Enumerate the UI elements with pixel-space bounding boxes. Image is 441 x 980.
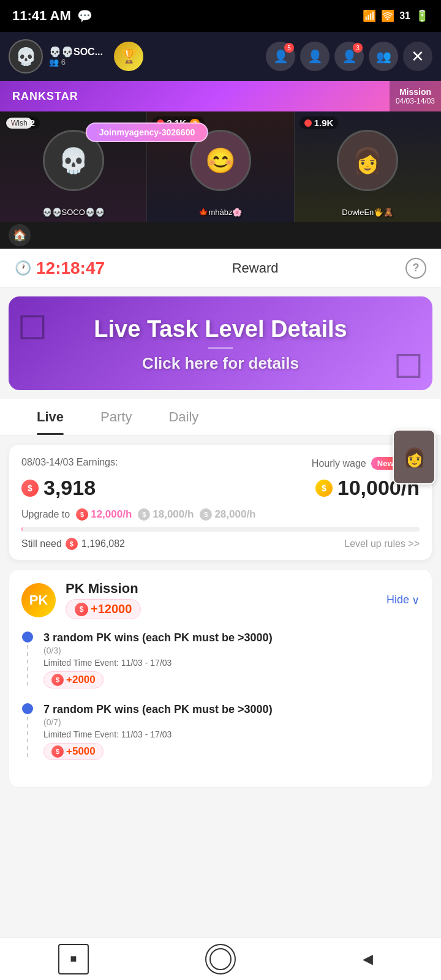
promo-text: RANKSTAR bbox=[12, 90, 78, 103]
signal-icon: 📶 bbox=[363, 9, 376, 23]
host-thumbnail: 👩 bbox=[393, 429, 435, 484]
status-bar-right: 📶 🛜 31 🔋 bbox=[363, 9, 429, 23]
user-badge-1: 5 bbox=[284, 43, 294, 53]
timeline-dot-1 bbox=[22, 631, 33, 643]
user-avatar-1[interactable]: 👤 5 bbox=[266, 42, 295, 71]
timeline-line-2 bbox=[27, 717, 28, 760]
trophy-icon-btn[interactable]: 🏆 bbox=[114, 42, 143, 71]
group-icon-btn[interactable]: 👥 bbox=[369, 42, 398, 71]
wifi-icon: 🛜 bbox=[381, 9, 394, 23]
nav-square-button[interactable]: ■ bbox=[58, 944, 89, 974]
progress-bar-fill bbox=[21, 527, 23, 532]
host2-avatar-icon: 😊 bbox=[205, 146, 236, 175]
group-icon: 👥 bbox=[376, 49, 391, 64]
avatar-placeholder-icon: 💀 bbox=[15, 47, 37, 67]
countdown-timer: 12:18:47 bbox=[36, 258, 105, 278]
task1-reward-val: +2000 bbox=[66, 674, 96, 686]
join-badge[interactable]: Joinmyagency-3026600 bbox=[86, 123, 208, 142]
timeline-line-1 bbox=[27, 645, 28, 688]
still-need-text: Still need $ 1,196,082 bbox=[21, 538, 125, 550]
hide-button[interactable]: Hide ∨ bbox=[386, 594, 420, 607]
timeline-item-2: 7 random PK wins (each PK must be >3000)… bbox=[21, 703, 420, 760]
streamer-info: 💀💀SOC... 👥 6 bbox=[49, 46, 103, 67]
upgrade-val-1: $ 12,000/h bbox=[76, 508, 132, 521]
user-avatar-2[interactable]: 👤 bbox=[300, 42, 330, 71]
host1-avatar-icon: 💀 bbox=[58, 146, 89, 175]
current-earnings-group: $ 3,918 bbox=[21, 476, 96, 500]
mission-reward-row: $ +12000 bbox=[66, 599, 377, 619]
task1-title: 3 random PK wins (each PK must be >3000) bbox=[43, 631, 420, 644]
tab-daily[interactable]: Daily bbox=[150, 399, 217, 435]
nav-back-button[interactable]: ◀ bbox=[352, 944, 383, 974]
trophy-icon: 🏆 bbox=[121, 48, 137, 64]
promo-banner[interactable]: RANKSTAR Mission 04/03-14/03 bbox=[0, 81, 441, 111]
host3-avatar-icon: 👩 bbox=[352, 146, 383, 175]
battery-level: 31 bbox=[399, 10, 410, 21]
home-icon: 🏠 bbox=[13, 228, 26, 242]
battery-icon: 🔋 bbox=[415, 9, 429, 23]
coin-icon-hourly: $ bbox=[315, 480, 333, 497]
mission-coin-icon: $ bbox=[75, 603, 88, 616]
earnings-header: 08/03-14/03 Earnings: Hourly wage New Ho… bbox=[21, 457, 420, 470]
tab-party[interactable]: Party bbox=[82, 399, 150, 435]
status-bar-left: 11:41 AM 💬 bbox=[12, 8, 92, 24]
timeline-item-1: 3 random PK wins (each PK must be >3000)… bbox=[21, 631, 420, 688]
upgrade-val-2: $ 18,000/h bbox=[138, 508, 194, 521]
streamer-avatar[interactable]: 💀 bbox=[9, 39, 43, 74]
status-bar: 11:41 AM 💬 📶 🛜 31 🔋 bbox=[0, 0, 441, 32]
help-icon[interactable]: ? bbox=[405, 258, 426, 279]
task2-progress: (0/7) bbox=[43, 717, 420, 727]
square-icon: ■ bbox=[70, 952, 77, 965]
upgrade-row: Upgrade to $ 12,000/h $ 18,000/h $ 28,00… bbox=[21, 508, 420, 521]
level-up-rules-link[interactable]: Level up rules >> bbox=[344, 538, 420, 549]
stream-hosts-area: 322 Wish 💀 💀💀SOCO💀💀 Joinmyagency-3026600… bbox=[0, 111, 441, 222]
timer-section: 🕐 12:18:47 bbox=[15, 258, 105, 278]
upgrade-coin-1: $ bbox=[76, 508, 88, 521]
banner-deco-top-left: ◻ bbox=[17, 303, 48, 345]
mission-timeline: 3 random PK wins (each PK must be >3000)… bbox=[9, 625, 432, 787]
upgrade-label: Upgrade to bbox=[21, 509, 70, 520]
task1-coin-icon: $ bbox=[51, 674, 64, 686]
timeline-dot-col-2 bbox=[21, 703, 34, 760]
mission-label: Mission bbox=[396, 87, 435, 97]
top-nav: 💀 💀💀SOC... 👥 6 🏆 👤 5 👤 👤 3 👥 ✕ bbox=[0, 32, 441, 81]
mission-dates: 04/03-14/03 bbox=[396, 97, 435, 105]
wish-tag: Wish bbox=[6, 118, 32, 129]
triangle-icon: ◀ bbox=[363, 951, 373, 967]
task2-coin-icon: $ bbox=[51, 745, 64, 758]
timeline-dot-2 bbox=[22, 703, 33, 714]
stream-host-3[interactable]: 1.9K 👩 DowleEn🖐🧸 bbox=[295, 111, 441, 222]
task2-content: 7 random PK wins (each PK must be >3000)… bbox=[43, 703, 420, 760]
mission-reward-value: +12000 bbox=[91, 602, 132, 616]
reward-bar: 🕐 12:18:47 Reward ? bbox=[0, 249, 441, 288]
host2-name: 🍁mhàbz🌸 bbox=[198, 208, 242, 217]
task2-reward-val: +5000 bbox=[66, 745, 96, 758]
home-button[interactable]: 🏠 bbox=[9, 224, 31, 246]
task2-reward-badge: $ +5000 bbox=[43, 743, 104, 760]
user-badge-3: 3 bbox=[353, 43, 363, 53]
upgrade-coin-2: $ bbox=[138, 508, 150, 521]
coin-icon-current: $ bbox=[21, 480, 39, 497]
tab-live[interactable]: Live bbox=[18, 399, 82, 435]
chevron-down-icon: ∨ bbox=[412, 594, 420, 607]
upgrade-val-3: $ 28,000/h bbox=[200, 508, 255, 521]
host3-name: DowleEn🖐🧸 bbox=[342, 208, 393, 217]
close-button[interactable]: ✕ bbox=[403, 42, 432, 71]
timeline-dot-col-1 bbox=[21, 631, 34, 688]
clock-icon: 🕐 bbox=[15, 260, 31, 276]
viewer-icon: 👥 bbox=[49, 58, 59, 67]
status-time: 11:41 AM bbox=[12, 8, 71, 24]
host3-coin-count: 1.9K bbox=[300, 116, 339, 129]
host3-avatar: 👩 bbox=[337, 130, 398, 191]
user-avatar-3[interactable]: 👤 3 bbox=[334, 42, 364, 71]
earnings-period: 08/03-14/03 Earnings: bbox=[21, 457, 118, 468]
bottom-nav: ■ ◀ bbox=[0, 937, 441, 980]
mission-reward-badge: $ +12000 bbox=[66, 599, 141, 619]
tabs-row: Live Party Daily bbox=[0, 399, 441, 435]
host3-count-val: 1.9K bbox=[314, 118, 334, 128]
live-task-banner[interactable]: ◻ Live Task Level Details Click here for… bbox=[9, 296, 432, 390]
task1-content: 3 random PK wins (each PK must be >3000)… bbox=[43, 631, 420, 688]
mission-title: PK Mission bbox=[66, 581, 377, 597]
nav-circle-button[interactable] bbox=[205, 944, 236, 974]
still-need-amount: 1,196,082 bbox=[81, 538, 125, 549]
